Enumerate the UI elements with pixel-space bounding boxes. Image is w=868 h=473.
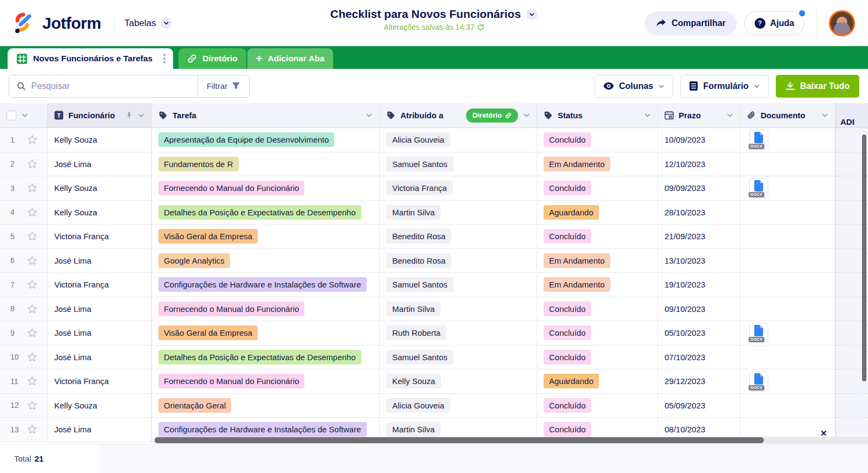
cell-status[interactable]: Concluído <box>537 346 658 370</box>
tab-novos-funcionarios[interactable]: Novos Funcionários e Tarefas <box>8 48 173 69</box>
cell-prazo[interactable]: 10/09/2023 <box>658 128 741 152</box>
cell-atribuido[interactable]: Alicia Gouveia <box>380 394 537 418</box>
cell-atribuido[interactable]: Kelly Souza <box>380 369 537 394</box>
columns-button[interactable]: Colunas <box>595 75 673 98</box>
cell-funcionario[interactable]: Kelly Souza <box>48 128 152 152</box>
cell-prazo[interactable]: 09/09/2023 <box>658 176 741 201</box>
cell-prazo[interactable]: 05/10/2023 <box>658 321 741 346</box>
cell-funcionario[interactable]: José Lima <box>48 249 152 273</box>
cell-documento[interactable] <box>741 249 835 273</box>
row-select-cell[interactable]: 1 <box>0 128 48 152</box>
select-all-checkbox[interactable] <box>7 111 16 120</box>
linked-sheet-badge[interactable]: Diretório <box>466 108 518 123</box>
row-select-cell[interactable]: 11 <box>0 369 48 394</box>
cell-tarefa[interactable]: Detalhes da Posição e Expectativas de De… <box>152 201 380 225</box>
row-select-cell[interactable]: 4 <box>0 201 48 225</box>
cell-tarefa[interactable]: Apresentação da Equipe de Desenvolviment… <box>152 128 380 152</box>
row-select-cell[interactable]: 7 <box>0 273 48 297</box>
cell-funcionario[interactable]: Kelly Souza <box>48 201 152 225</box>
row-select-cell[interactable]: 12 <box>0 394 48 418</box>
cell-documento[interactable] <box>741 152 835 177</box>
column-header-atribuido[interactable]: Atribuído a Diretório <box>380 103 537 127</box>
cell-funcionario[interactable]: José Lima <box>48 297 152 322</box>
cell-prazo[interactable]: 21/09/2023 <box>658 225 741 249</box>
column-header-tarefa[interactable]: Tarefa <box>152 103 380 127</box>
cell-prazo[interactable]: 05/09/2023 <box>658 394 741 418</box>
cell-status[interactable]: Em Andamento <box>537 249 658 273</box>
star-icon[interactable] <box>27 328 37 338</box>
title-menu-chevron-icon[interactable] <box>526 9 538 20</box>
cell-status[interactable]: Concluído <box>537 176 658 201</box>
cell-funcionario[interactable]: José Lima <box>48 152 152 177</box>
chevron-down-icon[interactable] <box>644 112 651 119</box>
cell-status[interactable]: Em Andamento <box>537 273 658 297</box>
star-icon[interactable] <box>27 376 37 386</box>
cell-prazo[interactable]: 12/10/2023 <box>658 152 741 177</box>
row-select-cell[interactable]: 5 <box>0 225 48 249</box>
star-icon[interactable] <box>27 304 37 314</box>
cell-status[interactable]: Concluído <box>537 128 658 152</box>
cell-funcionario[interactable]: Victoria França <box>48 369 152 394</box>
docx-file[interactable]: DOCX <box>749 371 768 392</box>
row-select-cell[interactable]: 2 <box>0 152 48 177</box>
cell-atribuido[interactable]: Alicia Gouveia <box>380 128 537 152</box>
cell-status[interactable]: Concluído <box>537 297 658 322</box>
cell-atribuido[interactable]: Samuel Santos <box>380 152 537 177</box>
cell-funcionario[interactable]: Kelly Souza <box>48 176 152 201</box>
cell-prazo[interactable]: 19/10/2023 <box>658 273 741 297</box>
cell-atribuido[interactable]: Ruth Roberta <box>380 321 537 346</box>
cell-prazo[interactable]: 09/10/2023 <box>658 297 741 322</box>
close-icon[interactable]: ✕ <box>820 429 827 438</box>
chevron-down-icon[interactable] <box>138 112 145 119</box>
add-column-header[interactable]: ADI <box>835 103 868 127</box>
vertical-scrollbar-thumb[interactable] <box>862 135 866 381</box>
cell-atribuido[interactable]: Martin Silva <box>380 201 537 225</box>
cell-status[interactable]: Aguardando <box>537 201 658 225</box>
cell-atribuido[interactable]: Samuel Santos <box>380 346 537 370</box>
cell-prazo[interactable]: 13/10/2023 <box>658 249 741 273</box>
chevron-down-icon[interactable] <box>821 112 828 119</box>
star-icon[interactable] <box>27 255 37 266</box>
column-header-funcionario[interactable]: T Funcionário <box>48 103 152 127</box>
star-icon[interactable] <box>27 231 37 241</box>
row-select-cell[interactable]: 3 <box>0 176 48 201</box>
cell-atribuido[interactable]: Benedito Rosa <box>380 249 537 273</box>
cell-tarefa[interactable]: Configurações de Hardware e Instalações … <box>152 273 380 297</box>
cell-atribuido[interactable]: Samuel Santos <box>380 273 537 297</box>
docx-file[interactable]: DOCX <box>749 323 768 343</box>
filter-button[interactable]: Filtrar <box>197 75 249 97</box>
cell-documento[interactable] <box>741 346 835 370</box>
cell-atribuido[interactable]: Benedito Rosa <box>380 225 537 249</box>
cell-funcionario[interactable]: Victoria França <box>48 225 152 249</box>
cell-tarefa[interactable]: Orientação Geral <box>152 394 380 418</box>
cell-documento[interactable] <box>741 201 835 225</box>
horizontal-scrollbar-track[interactable] <box>155 437 868 444</box>
cell-documento[interactable] <box>741 394 835 418</box>
user-avatar[interactable] <box>829 10 855 36</box>
form-button[interactable]: Formulário <box>680 75 769 98</box>
cell-prazo[interactable]: 29/12/2023 <box>658 369 741 394</box>
cell-status[interactable]: Aguardando <box>537 369 658 394</box>
cell-tarefa[interactable]: Detalhes da Posição e Expectativas de De… <box>152 346 380 370</box>
star-icon[interactable] <box>27 352 37 362</box>
cell-documento[interactable]: DOCX <box>741 369 835 394</box>
cell-atribuido[interactable]: Martin Silva <box>380 297 537 322</box>
row-select-cell[interactable]: 13 <box>0 418 48 442</box>
product-switcher[interactable]: Tabelas <box>124 17 172 29</box>
jotform-logo-icon[interactable] <box>13 12 35 34</box>
column-header-status[interactable]: Status <box>537 103 658 127</box>
docx-file[interactable]: DOCX <box>749 130 768 150</box>
cell-documento[interactable] <box>741 273 835 297</box>
cell-documento[interactable]: DOCX <box>741 176 835 201</box>
chevron-down-icon[interactable] <box>523 112 530 119</box>
tab-diretorio[interactable]: Diretório <box>178 48 246 69</box>
cell-prazo[interactable]: 07/10/2023 <box>658 346 741 370</box>
cell-documento[interactable] <box>741 297 835 322</box>
cell-tarefa[interactable]: Visão Geral da Empresa <box>152 321 380 346</box>
cell-funcionario[interactable]: Kelly Souza <box>48 394 152 418</box>
chevron-down-icon[interactable] <box>366 112 373 119</box>
cell-tarefa[interactable]: Fornecendo o Manual do Funcionário <box>152 369 380 394</box>
cell-status[interactable]: Concluído <box>537 225 658 249</box>
cell-add-column[interactable] <box>835 394 868 418</box>
star-icon[interactable] <box>27 159 37 169</box>
